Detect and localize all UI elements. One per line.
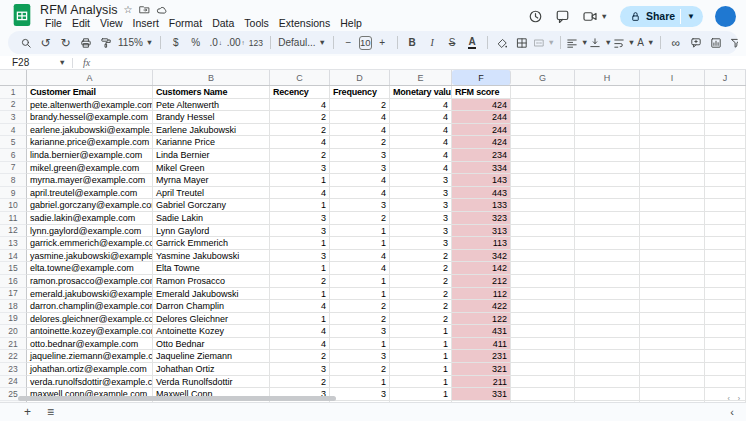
cell-D6[interactable]: 3: [330, 149, 390, 162]
cell-B12[interactable]: Lynn Gaylord: [153, 225, 270, 238]
cell-H13[interactable]: [575, 237, 640, 250]
row-number-7[interactable]: 7: [0, 162, 27, 175]
column-header-D[interactable]: D: [330, 70, 390, 85]
cell-E26[interactable]: [390, 401, 452, 402]
cell-I9[interactable]: [640, 187, 705, 200]
cell-I4[interactable]: [640, 124, 705, 137]
cell-E9[interactable]: 3: [390, 187, 452, 200]
cell-B1[interactable]: Customers Name: [153, 86, 270, 99]
cell-C10[interactable]: 1: [270, 199, 330, 212]
cell-G10[interactable]: [511, 199, 575, 212]
cell-J9[interactable]: [705, 187, 746, 200]
decrease-font-size-button[interactable]: −: [339, 33, 358, 52]
zoom-select[interactable]: 115%▼: [116, 33, 155, 52]
cell-H5[interactable]: [575, 136, 640, 149]
cell-C17[interactable]: 1: [270, 288, 330, 301]
format-currency-button[interactable]: $: [166, 33, 185, 52]
cell-H7[interactable]: [575, 162, 640, 175]
menu-tools[interactable]: Tools: [239, 17, 274, 30]
cell-E23[interactable]: 1: [390, 363, 452, 376]
cell-E14[interactable]: 2: [390, 250, 452, 263]
cell-F9[interactable]: 443: [452, 187, 511, 200]
cell-J2[interactable]: [705, 99, 746, 112]
cell-J21[interactable]: [705, 338, 746, 351]
cell-J23[interactable]: [705, 363, 746, 376]
cell-G3[interactable]: [511, 111, 575, 124]
row-number-23[interactable]: 23: [0, 363, 27, 376]
row-number-6[interactable]: 6: [0, 149, 27, 162]
cell-B14[interactable]: Yasmine Jakubowski: [153, 250, 270, 263]
cell-C1[interactable]: Recency: [270, 86, 330, 99]
cell-H15[interactable]: [575, 262, 640, 275]
cell-I10[interactable]: [640, 199, 705, 212]
cell-I1[interactable]: [640, 86, 705, 99]
cell-F10[interactable]: 133: [452, 199, 511, 212]
cell-I24[interactable]: [640, 376, 705, 389]
select-all-corner[interactable]: [0, 70, 27, 85]
cell-D5[interactable]: 2: [330, 136, 390, 149]
cell-G16[interactable]: [511, 275, 575, 288]
row-number-3[interactable]: 3: [0, 111, 27, 124]
redo-button[interactable]: ↻: [56, 33, 75, 52]
cell-B2[interactable]: Pete Altenwerth: [153, 99, 270, 112]
cell-D13[interactable]: 1: [330, 237, 390, 250]
row-number-18[interactable]: 18: [0, 300, 27, 313]
cell-D14[interactable]: 4: [330, 250, 390, 263]
cell-G17[interactable]: [511, 288, 575, 301]
cell-A26[interactable]: [27, 401, 153, 402]
cell-J14[interactable]: [705, 250, 746, 263]
text-color-button[interactable]: A: [463, 33, 482, 52]
cell-E24[interactable]: 1: [390, 376, 452, 389]
cell-A19[interactable]: delores.gleichner@example.com: [27, 313, 153, 326]
cell-J13[interactable]: [705, 237, 746, 250]
cell-E22[interactable]: 1: [390, 350, 452, 363]
cell-I21[interactable]: [640, 338, 705, 351]
sheets-logo-icon[interactable]: [12, 3, 32, 27]
cell-F6[interactable]: 234: [452, 149, 511, 162]
cell-B13[interactable]: Garrick Emmerich: [153, 237, 270, 250]
cell-J12[interactable]: [705, 225, 746, 238]
create-filter-button[interactable]: [726, 33, 738, 52]
column-header-H[interactable]: H: [575, 70, 640, 85]
cell-G15[interactable]: [511, 262, 575, 275]
cell-J17[interactable]: [705, 288, 746, 301]
cell-I2[interactable]: [640, 99, 705, 112]
cell-C8[interactable]: 1: [270, 174, 330, 187]
cell-D20[interactable]: 3: [330, 325, 390, 338]
row-number-4[interactable]: 4: [0, 124, 27, 137]
menu-edit[interactable]: Edit: [67, 17, 95, 30]
version-history-button[interactable]: [528, 9, 543, 24]
cell-H2[interactable]: [575, 99, 640, 112]
cell-F13[interactable]: 113: [452, 237, 511, 250]
cell-F26[interactable]: [452, 401, 511, 402]
cell-A15[interactable]: elta.towne@example.com: [27, 262, 153, 275]
cell-J1[interactable]: [705, 86, 746, 99]
cell-H1[interactable]: [575, 86, 640, 99]
print-button[interactable]: [76, 33, 95, 52]
meet-button[interactable]: ▼: [582, 9, 607, 24]
cell-G20[interactable]: [511, 325, 575, 338]
cell-E19[interactable]: 2: [390, 313, 452, 326]
cell-F3[interactable]: 244: [452, 111, 511, 124]
cell-G22[interactable]: [511, 350, 575, 363]
share-button[interactable]: Share ▼: [620, 6, 703, 27]
cell-E4[interactable]: 4: [390, 124, 452, 137]
cell-I13[interactable]: [640, 237, 705, 250]
strikethrough-button[interactable]: S: [443, 33, 462, 52]
comments-button[interactable]: [555, 9, 570, 24]
borders-button[interactable]: [513, 33, 532, 52]
cell-A13[interactable]: garrick.emmerich@example.com: [27, 237, 153, 250]
cell-G5[interactable]: [511, 136, 575, 149]
cell-A21[interactable]: otto.bednar@example.com: [27, 338, 153, 351]
column-header-C[interactable]: C: [270, 70, 330, 85]
cell-F12[interactable]: 313: [452, 225, 511, 238]
cell-C4[interactable]: 2: [270, 124, 330, 137]
cell-F1[interactable]: RFM score: [452, 86, 511, 99]
cell-J18[interactable]: [705, 300, 746, 313]
cell-A4[interactable]: earlene.jakubowski@example.com: [27, 124, 153, 137]
cell-G4[interactable]: [511, 124, 575, 137]
cell-E7[interactable]: 4: [390, 162, 452, 175]
increase-decimals-button[interactable]: .00↑: [226, 33, 245, 52]
cell-E17[interactable]: 2: [390, 288, 452, 301]
cell-F4[interactable]: 244: [452, 124, 511, 137]
